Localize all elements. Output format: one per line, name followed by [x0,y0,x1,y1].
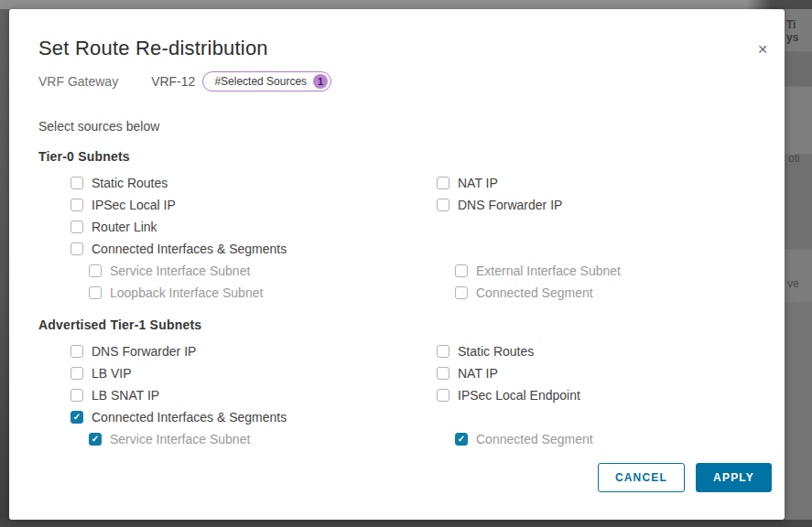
screen: Ti ys oti ve Set Route Re-distribution ✕… [0,0,812,527]
checkbox-label: Router Link [92,220,157,234]
cell-left: Router Link [38,216,405,238]
checkbox-label: Static Routes [92,176,168,190]
checkbox-ipsec-local-endpoint[interactable] [437,389,449,402]
section-heading: Advertised Tier-1 Subnets [38,317,766,333]
cell-left: IPSec Local IP [38,194,405,216]
checkbox-label: Connected Interfaces & Segments [92,242,287,256]
instruction-text: Select sources below [38,119,159,134]
checkbox-label: IPSec Local Endpoint [458,388,580,403]
checkbox-loopback-interface-subnet[interactable] [89,286,102,299]
checkbox-label: NAT IP [458,176,498,190]
checkbox-label: Loopback Interface Subnet [110,285,263,300]
checkbox-item-advertised-tier-1-subnets-service-interface-subnet[interactable]: ✓Service Interface Subnet [89,432,250,446]
checkbox-lb-snat-ip[interactable] [70,389,83,402]
backdrop-text-fragment: ys [786,31,798,44]
dialog-title: Set Route Re-distribution [38,37,268,60]
checkbox-row: LB SNAT IPIPSec Local Endpoint [38,384,766,406]
checkbox-router-link[interactable] [70,220,83,233]
checkbox-dns-forwarder-ip[interactable] [437,199,449,211]
checked-checkbox-connected-segment[interactable]: ✓ [455,433,468,446]
checkbox-item-tier-0-subnets-nat-ip[interactable]: NAT IP [437,176,498,190]
cell-left: Loopback Interface Subnet [38,282,405,304]
checkbox-item-advertised-tier-1-subnets-connected-segment[interactable]: ✓Connected Segment [455,432,593,446]
checkbox-row: Static RoutesNAT IP [38,172,766,194]
checkbox-connected-segment[interactable] [455,286,468,299]
checkbox-item-advertised-tier-1-subnets-nat-ip[interactable]: NAT IP [437,366,498,381]
cell-left: LB SNAT IP [38,384,405,406]
cell-left: LB VIP [38,362,405,384]
backdrop-text-fragment: Ti [786,18,796,31]
checkbox-connected-interfaces-segments[interactable] [70,242,83,255]
checkbox-label: IPSec Local IP [92,198,176,212]
checkbox-row: Connected Interfaces & Segments [38,238,766,260]
checkbox-label: Connected Segment [476,285,593,300]
checkbox-nat-ip[interactable] [437,177,449,189]
dialog-footer: CANCEL APPLY [598,463,772,492]
checkbox-label: Connected Interfaces & Segments [92,410,287,425]
cell-left: Static Routes [38,172,405,194]
backdrop-overlay-top [0,0,812,9]
checkbox-label: DNS Forwarder IP [92,344,196,359]
checkbox-item-advertised-tier-1-subnets-lb-snat-ip[interactable]: LB SNAT IP [70,388,159,403]
checkbox-external-interface-subnet[interactable] [455,264,468,277]
cell-left: DNS Forwarder IP [38,340,405,362]
checkbox-row: ✓Service Interface Subnet✓Connected Segm… [38,428,766,450]
sections: Tier-0 SubnetsStatic RoutesNAT IPIPSec L… [38,149,766,450]
checkbox-item-tier-0-subnets-connected-interfaces-segments[interactable]: Connected Interfaces & Segments [70,242,287,256]
cell-left: ✓Service Interface Subnet [38,428,405,450]
checkbox-dns-forwarder-ip[interactable] [70,345,83,358]
checkbox-label: Static Routes [458,344,534,359]
checkbox-item-tier-0-subnets-loopback-interface-subnet[interactable]: Loopback Interface Subnet [89,285,263,300]
selected-sources-count: 1 [313,74,328,89]
route-redistribution-dialog: Set Route Re-distribution ✕ VRF Gateway … [9,9,785,520]
checkbox-item-tier-0-subnets-ipsec-local-ip[interactable]: IPSec Local IP [70,198,176,212]
checkbox-static-routes[interactable] [70,177,83,189]
checked-checkbox-service-interface-subnet[interactable]: ✓ [89,433,102,446]
checkbox-row: IPSec Local IPDNS Forwarder IP [38,194,766,216]
cell-left: Connected Interfaces & Segments [38,238,405,260]
section-advertised-tier-1-subnets: Advertised Tier-1 SubnetsDNS Forwarder I… [38,317,766,450]
checkbox-item-advertised-tier-1-subnets-static-routes[interactable]: Static Routes [437,344,534,359]
checkbox-row: Router Link [38,216,766,238]
checkmark-icon: ✓ [458,433,465,446]
checkbox-label: LB VIP [92,366,132,381]
cell-right: External Interface Subnet [405,260,766,282]
checkbox-nat-ip[interactable] [437,367,449,380]
checkbox-item-tier-0-subnets-static-routes[interactable]: Static Routes [70,176,168,190]
cancel-button[interactable]: CANCEL [598,463,685,492]
checkbox-service-interface-subnet[interactable] [89,264,102,277]
checkbox-label: DNS Forwarder IP [458,198,562,212]
checkbox-item-tier-0-subnets-dns-forwarder-ip[interactable]: DNS Forwarder IP [437,198,562,212]
checkbox-item-tier-0-subnets-connected-segment[interactable]: Connected Segment [455,285,593,300]
cell-right [405,238,766,260]
checkbox-item-tier-0-subnets-external-interface-subnet[interactable]: External Interface Subnet [455,264,621,278]
checkbox-label: Service Interface Subnet [110,432,250,446]
backdrop-overlay-right [785,9,812,520]
cell-right: ✓Connected Segment [405,428,766,450]
cell-left: Service Interface Subnet [38,260,405,282]
checkbox-static-routes[interactable] [437,345,449,358]
checked-checkbox-connected-interfaces-segments[interactable]: ✓ [70,411,83,424]
vrf-gateway-value: VRF-12 [151,74,195,89]
checkbox-item-tier-0-subnets-router-link[interactable]: Router Link [70,220,157,234]
cell-right: Connected Segment [405,282,766,304]
cell-right [405,216,766,238]
checkbox-row: DNS Forwarder IPStatic Routes [38,340,766,362]
apply-button[interactable]: APPLY [696,463,772,492]
checkbox-item-tier-0-subnets-service-interface-subnet[interactable]: Service Interface Subnet [89,264,250,278]
checkbox-lb-vip[interactable] [70,367,83,380]
checkbox-item-advertised-tier-1-subnets-connected-interfaces-segments[interactable]: ✓Connected Interfaces & Segments [70,410,287,425]
section-heading: Tier-0 Subnets [38,149,766,165]
close-icon[interactable]: ✕ [750,37,775,62]
checkbox-item-advertised-tier-1-subnets-ipsec-local-endpoint[interactable]: IPSec Local Endpoint [437,388,580,403]
checkmark-icon: ✓ [73,411,81,424]
backdrop-text-fragment: oti [788,152,800,165]
checkbox-label: External Interface Subnet [476,264,621,278]
cell-right: NAT IP [405,172,766,194]
checkbox-item-advertised-tier-1-subnets-dns-forwarder-ip[interactable]: DNS Forwarder IP [70,344,196,359]
checkbox-ipsec-local-ip[interactable] [70,199,83,211]
vrf-gateway-row: VRF Gateway VRF-12 #Selected Sources 1 [38,70,331,92]
checkbox-item-advertised-tier-1-subnets-lb-vip[interactable]: LB VIP [70,366,132,381]
cell-right: DNS Forwarder IP [405,194,766,216]
vrf-gateway-label: VRF Gateway [38,74,118,89]
